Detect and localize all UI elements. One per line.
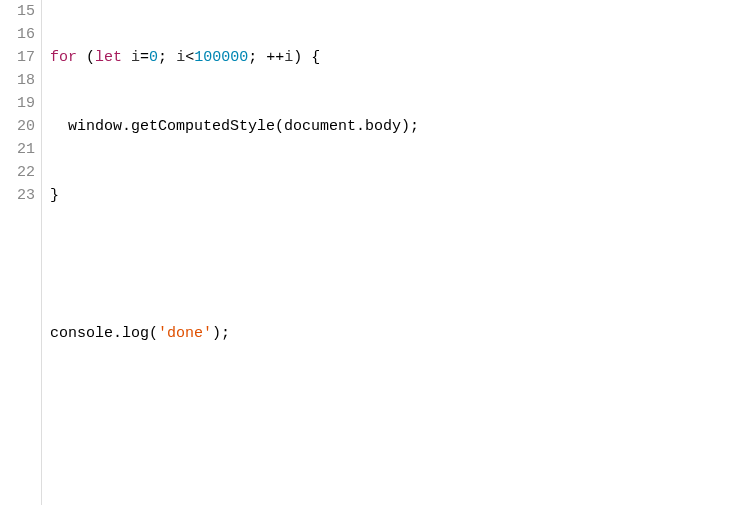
- line-number: 23: [0, 184, 35, 207]
- code-line: [50, 460, 745, 483]
- line-number: 15: [0, 0, 35, 23]
- line-number: 17: [0, 46, 35, 69]
- code-line: window.getComputedStyle(document.body);: [50, 115, 745, 138]
- code-line: [50, 253, 745, 276]
- line-number: 20: [0, 115, 35, 138]
- line-number: 21: [0, 138, 35, 161]
- code-content[interactable]: for (let i=0; i<100000; ++i) { window.ge…: [42, 0, 745, 505]
- code-line: [50, 391, 745, 414]
- line-number: 16: [0, 23, 35, 46]
- line-number: 19: [0, 92, 35, 115]
- line-number-gutter: 15 16 17 18 19 20 21 22 23: [0, 0, 42, 505]
- code-editor[interactable]: 15 16 17 18 19 20 21 22 23 for (let i=0;…: [0, 0, 745, 505]
- code-line: }: [50, 184, 745, 207]
- code-line: for (let i=0; i<100000; ++i) {: [50, 46, 745, 69]
- code-line: console.log('done');: [50, 322, 745, 345]
- line-number: 18: [0, 69, 35, 92]
- line-number: 22: [0, 161, 35, 184]
